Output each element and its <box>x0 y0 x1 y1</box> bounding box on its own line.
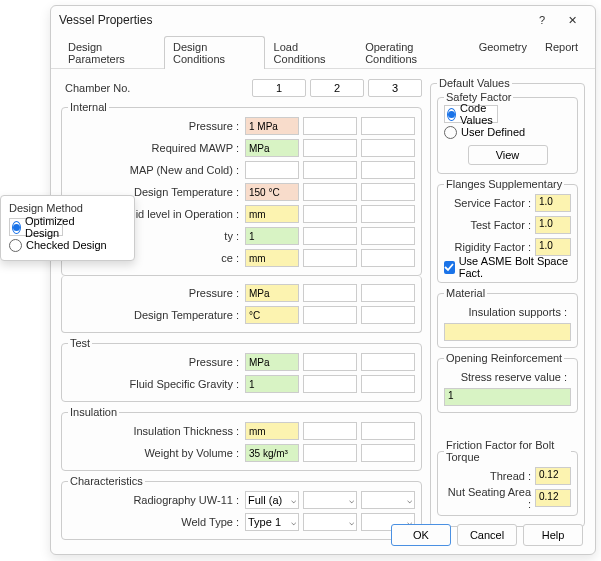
gravity-input-3[interactable] <box>361 227 415 245</box>
liquid-input-1[interactable]: mm <box>245 205 299 223</box>
stress-input[interactable]: 1 <box>444 388 571 406</box>
optimized-design-label: Optimized Design <box>25 215 75 239</box>
dtemp-input-2[interactable] <box>303 183 357 201</box>
gravity-input-2[interactable] <box>303 227 357 245</box>
insulation-supports-input[interactable] <box>444 323 571 341</box>
dtemp-input-3[interactable] <box>361 183 415 201</box>
left-panel: Chamber No. 1 2 3 Internal Pressure :1 M… <box>61 77 422 523</box>
asme-checkbox[interactable]: Use ASME Bolt Space Fact. <box>444 258 571 276</box>
map-input-1[interactable] <box>245 161 299 179</box>
friction-group: Friction Factor for Bolt Torque Thread :… <box>437 439 578 516</box>
thread-input[interactable]: 0.12 <box>535 467 571 485</box>
radiography-select-1[interactable]: Full (a)⌵ <box>245 491 299 509</box>
pressure2-input-1[interactable]: MPa <box>245 284 299 302</box>
service-factor-input[interactable]: 1.0 <box>535 194 571 212</box>
dtemp2-input-2[interactable] <box>303 306 357 324</box>
characteristics-legend: Characteristics <box>68 475 145 487</box>
default-values-legend: Default Values <box>437 77 512 89</box>
safety-factor-group: Safety Factor Code Values User Defined V… <box>437 91 578 174</box>
pressure-input-2[interactable] <box>303 117 357 135</box>
right-panel: Default Values Safety Factor Code Values… <box>430 77 585 523</box>
code-values-label: Code Values <box>460 102 495 126</box>
liquid-input-3[interactable] <box>361 205 415 223</box>
gravity-input-1[interactable]: 1 <box>245 227 299 245</box>
default-values-group: Default Values Safety Factor Code Values… <box>430 77 585 527</box>
radio-dot-icon <box>12 221 21 234</box>
tab-geometry[interactable]: Geometry <box>470 36 536 69</box>
ithick-input-2[interactable] <box>303 422 357 440</box>
content-area: Chamber No. 1 2 3 Internal Pressure :1 M… <box>51 69 595 531</box>
dtemp2-input-3[interactable] <box>361 306 415 324</box>
tab-strip: Design Parameters Design Conditions Load… <box>51 36 595 69</box>
fsg-label: Fluid Specific Gravity : <box>68 378 245 390</box>
mawp-input-2[interactable] <box>303 139 357 157</box>
fsg-input-3[interactable] <box>361 375 415 393</box>
weld-select-1[interactable]: Type 1⌵ <box>245 513 299 531</box>
stress-label: Stress reserve value : <box>444 371 571 383</box>
nut-label: Nut Seating Area : <box>444 486 535 510</box>
rigidity-factor-input[interactable]: 1.0 <box>535 238 571 256</box>
weld-select-2[interactable]: ⌵ <box>303 513 357 531</box>
tpressure-input-1[interactable]: MPa <box>245 353 299 371</box>
wbv-input-2[interactable] <box>303 444 357 462</box>
help-button[interactable]: ? <box>527 9 557 31</box>
cancel-button[interactable]: Cancel <box>457 524 517 546</box>
dtemp-input-1[interactable]: 150 °C <box>245 183 299 201</box>
mawp-label: Required MAWP : <box>68 142 245 154</box>
checkmark-icon <box>444 261 455 274</box>
dtemp2-input-1[interactable]: °C <box>245 306 299 324</box>
tpressure-input-3[interactable] <box>361 353 415 371</box>
radiography-select-3[interactable]: ⌵ <box>361 491 415 509</box>
tpressure-input-2[interactable] <box>303 353 357 371</box>
tab-design-parameters[interactable]: Design Parameters <box>59 36 164 69</box>
mawp-input-1[interactable]: MPa <box>245 139 299 157</box>
pressure-input-1[interactable]: 1 MPa <box>245 117 299 135</box>
tab-load-conditions[interactable]: Load Conditions <box>265 36 357 69</box>
ok-button[interactable]: OK <box>391 524 451 546</box>
ithick-input-3[interactable] <box>361 422 415 440</box>
map-input-2[interactable] <box>303 161 357 179</box>
checked-design-radio[interactable]: Checked Design <box>9 236 126 254</box>
fsg-input-2[interactable] <box>303 375 357 393</box>
design-method-popup: Design Method Optimized Design Checked D… <box>0 195 135 261</box>
pressure2-input-3[interactable] <box>361 284 415 302</box>
vessel-properties-dialog: Vessel Properties ? ✕ Design Parameters … <box>50 5 596 555</box>
radiography-select-2[interactable]: ⌵ <box>303 491 357 509</box>
radio-dot-icon <box>9 239 22 252</box>
wbv-input-3[interactable] <box>361 444 415 462</box>
test-factor-input[interactable]: 1.0 <box>535 216 571 234</box>
pressure-input-3[interactable] <box>361 117 415 135</box>
weld-select-value: Type 1 <box>248 516 281 528</box>
tab-design-conditions[interactable]: Design Conditions <box>164 36 265 69</box>
pressure2-input-2[interactable] <box>303 284 357 302</box>
liquid-input-2[interactable] <box>303 205 357 223</box>
nut-input[interactable]: 0.12 <box>535 489 571 507</box>
help-footer-button[interactable]: Help <box>523 524 583 546</box>
chamber-header-3[interactable]: 3 <box>368 79 422 97</box>
chamber-header-2[interactable]: 2 <box>310 79 364 97</box>
ce-input-2[interactable] <box>303 249 357 267</box>
asme-label: Use ASME Bolt Space Fact. <box>459 255 571 279</box>
ce-input-1[interactable]: mm <box>245 249 299 267</box>
view-button[interactable]: View <box>468 145 548 165</box>
test-factor-label: Test Factor : <box>444 219 535 231</box>
ce-input-3[interactable] <box>361 249 415 267</box>
tab-operating-conditions[interactable]: Operating Conditions <box>356 36 470 69</box>
map-input-3[interactable] <box>361 161 415 179</box>
wbv-input-1[interactable]: 35 kg/m³ <box>245 444 299 462</box>
mawp-input-3[interactable] <box>361 139 415 157</box>
close-button[interactable]: ✕ <box>557 9 587 31</box>
insulation-supports-label: Insulation supports : <box>444 306 571 318</box>
code-values-radio[interactable]: Code Values <box>444 105 498 123</box>
chamber-header-1[interactable]: 1 <box>252 79 306 97</box>
tab-report[interactable]: Report <box>536 36 587 69</box>
user-defined-radio[interactable]: User Defined <box>444 123 571 141</box>
flanges-legend: Flanges Supplementary <box>444 178 564 190</box>
fsg-input-1[interactable]: 1 <box>245 375 299 393</box>
material-group: Material Insulation supports : <box>437 287 578 348</box>
dialog-footer: OK Cancel Help <box>391 524 583 546</box>
titlebar: Vessel Properties ? ✕ <box>51 6 595 34</box>
optimized-design-radio[interactable]: Optimized Design <box>9 218 63 236</box>
chevron-down-icon: ⌵ <box>349 495 354 505</box>
ithick-input-1[interactable]: mm <box>245 422 299 440</box>
